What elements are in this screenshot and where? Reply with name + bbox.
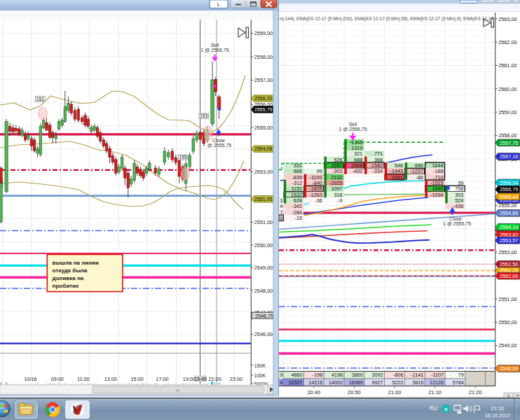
svg-text:2557,75: 2557,75 [500,140,518,146]
svg-text:2557,00: 2557,00 [254,77,273,83]
svg-text:5784: 5784 [453,379,464,386]
svg-text:2563,00: 2563,00 [498,16,516,22]
svg-text:153: 153 [200,113,208,118]
svg-text:Sell: Sell [211,43,219,48]
svg-text:2555,75: 2555,75 [500,186,518,192]
svg-text:2550,00: 2550,00 [254,242,273,248]
svg-text:-1034: -1034 [430,192,443,198]
svg-text:III: III [176,388,179,393]
svg-text:-36: -36 [315,197,322,204]
svg-text:17:00: 17:00 [156,376,168,382]
svg-text:2559,00: 2559,00 [254,30,273,36]
svg-text:21:00: 21:00 [208,376,221,382]
svg-text:2559,00: 2559,00 [498,109,516,115]
svg-text:III: III [507,394,510,398]
svg-text:-1107: -1107 [431,372,444,378]
svg-text:2555,75: 2555,75 [254,107,272,112]
svg-text:2555,00: 2555,00 [254,125,273,131]
svg-text:9927: 9927 [372,379,383,386]
svg-text:2551,00: 2551,00 [498,296,516,302]
svg-text:2553,57: 2553,57 [500,237,518,244]
svg-text:-432: -432 [353,168,362,174]
svg-text:19:45: 19:45 [194,376,207,382]
svg-text:2552,50: 2552,50 [500,261,518,267]
svg-text:откуда была: откуда была [53,267,88,274]
svg-text:09:00: 09:00 [51,376,64,382]
svg-text:вышла на линии: вышла на линии [53,260,99,266]
svg-text:9: 9 [280,372,283,378]
svg-text:2546,75: 2546,75 [255,313,273,319]
svg-text:100K: 100K [254,373,266,378]
svg-text:2548,00: 2548,00 [500,365,518,372]
svg-text:21:11: 21:11 [491,405,505,412]
svg-text:31527: 31527 [288,379,302,386]
svg-text:4196: 4196 [331,372,343,378]
svg-text:-15: -15 [295,215,302,221]
svg-text:2553,00: 2553,00 [254,169,273,175]
svg-text:21:10: 21:10 [428,389,442,396]
svg-text:@ 2555,75: @ 2555,75 [207,143,231,148]
svg-text:Close: Close [212,138,225,143]
svg-text:2551,00: 2551,00 [254,219,273,225]
svg-text:14216: 14216 [308,379,322,386]
svg-text:3869: 3869 [352,372,363,378]
svg-text:-198: -198 [313,372,322,378]
svg-text:n),144), EMA(ES 12-17 (5 Min),: n),144), EMA(ES 12-17 (5 Min),233), EMA(… [280,15,493,22]
svg-text:155: 155 [179,155,188,160]
svg-text:2554,14: 2554,14 [500,224,518,230]
svg-text:2549,00: 2549,00 [254,265,273,271]
svg-text:-334: -334 [373,168,383,174]
svg-text:150K: 150K [254,363,266,368]
svg-text:151: 151 [36,97,45,102]
svg-text:2554,69: 2554,69 [500,210,518,216]
svg-text:1 @ 2556,75: 1 @ 2556,75 [200,48,228,52]
svg-text:2556,04: 2556,04 [500,180,518,186]
svg-text:-9: -9 [338,197,342,204]
svg-text:2560,00: 2560,00 [498,86,516,92]
svg-text:Sell: Sell [349,122,357,127]
svg-text:2548,00: 2548,00 [254,288,273,294]
svg-text:2561,00: 2561,00 [498,62,516,69]
svg-text:2557,16: 2557,16 [500,153,518,160]
svg-text:-88: -88 [416,174,423,181]
svg-text:21:20: 21:20 [469,389,482,396]
svg-text:-806: -806 [393,372,403,378]
svg-text:1 @ 2555,75: 1 @ 2555,75 [443,221,471,226]
svg-text:15:00: 15:00 [131,376,144,382]
svg-text:13:00: 13:00 [104,376,117,382]
svg-text:20:50: 20:50 [348,389,361,396]
svg-text:2556,20: 2556,20 [254,96,272,101]
svg-text:4860: 4860 [291,372,302,378]
svg-text:e: e [444,406,448,412]
svg-text:RU: RU [430,405,438,412]
svg-text:2558,00: 2558,00 [254,54,273,60]
svg-text:1 @ 2556,75: 1 @ 2556,75 [338,127,367,132]
svg-text:16989: 16989 [349,379,363,386]
svg-text:2550,00: 2550,00 [498,319,516,326]
svg-text:23:00: 23:00 [230,376,242,382]
svg-text:2549,00: 2549,00 [498,342,516,349]
svg-text:5222: 5222 [392,379,403,386]
svg-text:2555,44: 2555,44 [500,194,518,200]
svg-text:2552,00: 2552,00 [500,273,518,279]
svg-text:16.10.2017: 16.10.2017 [485,412,510,419]
svg-text:2551,95: 2551,95 [254,197,272,202]
svg-text:4: 4 [280,379,283,386]
svg-text:3815: 3815 [412,379,423,386]
svg-text:3092: 3092 [372,372,383,378]
svg-text:2554,08: 2554,08 [254,146,272,151]
svg-text:12126: 12126 [430,379,444,386]
svg-text:21:00: 21:00 [388,389,402,396]
svg-text:-436: -436 [453,203,463,209]
svg-text:-3001: -3001 [390,174,403,181]
svg-text:8: 8 [280,215,283,221]
svg-text:2546,00: 2546,00 [254,331,273,337]
svg-text:79: 79 [458,372,464,378]
svg-text:10/16: 10/16 [24,376,36,382]
svg-text:11:00: 11:00 [77,376,90,382]
svg-text:2562,00: 2562,00 [498,39,516,46]
svg-text:2553,00: 2553,00 [498,249,516,255]
svg-text:-1141: -1141 [411,372,423,378]
svg-text:пробитие: пробитие [53,283,79,289]
svg-text:Close: Close [449,216,462,221]
